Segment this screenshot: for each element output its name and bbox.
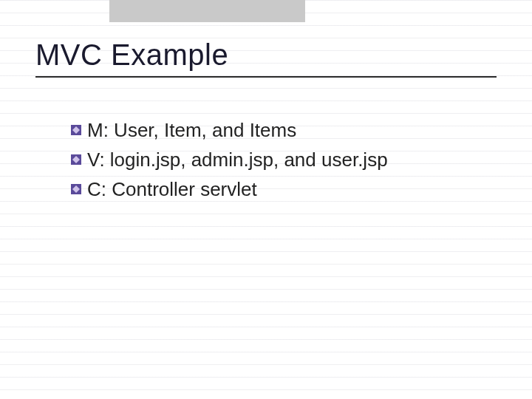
- list-item: V: login.jsp, admin.jsp, and user.jsp: [71, 148, 488, 173]
- slide-title: MVC Example: [35, 38, 497, 72]
- list-item-text: C: Controller servlet: [87, 177, 257, 202]
- diamond-bullet-icon: [71, 154, 81, 165]
- list-item: C: Controller servlet: [71, 177, 488, 202]
- decorative-top-band: [109, 0, 305, 22]
- diamond-bullet-icon: [71, 125, 81, 135]
- content-area: M: User, Item, and Items V: login.jsp, a…: [71, 118, 488, 206]
- list-item: M: User, Item, and Items: [71, 118, 488, 143]
- title-underline: [35, 76, 497, 78]
- diamond-bullet-icon: [71, 184, 81, 194]
- list-item-text: V: login.jsp, admin.jsp, and user.jsp: [87, 148, 388, 173]
- list-item-text: M: User, Item, and Items: [87, 118, 296, 143]
- title-area: MVC Example: [35, 38, 497, 78]
- slide: MVC Example M: User, Item, and Items V: …: [0, 0, 532, 399]
